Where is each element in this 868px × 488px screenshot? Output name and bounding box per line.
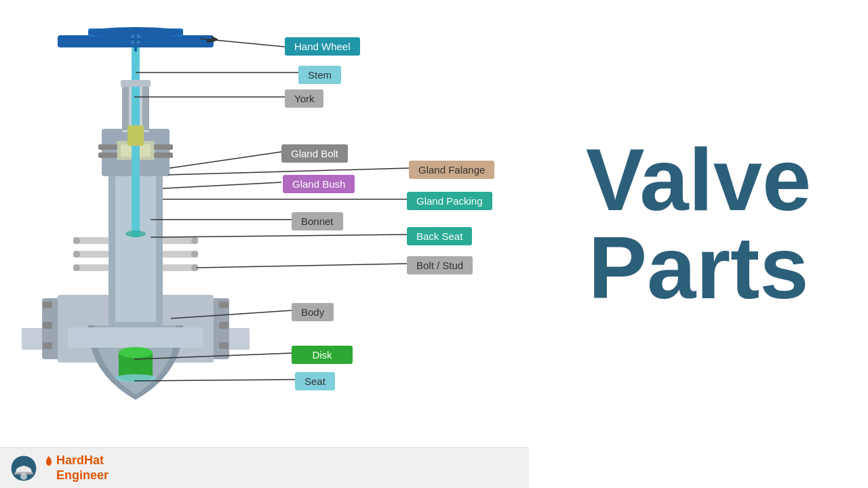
footer-engineer-text: Engineer bbox=[44, 468, 108, 483]
gland-bolt-label: Gland Bolt bbox=[281, 144, 348, 163]
hand-wheel-label: Hand Wheel bbox=[285, 37, 360, 56]
gland-flange-label: Gland Falange bbox=[409, 161, 494, 179]
bolt-stud-label: Bolt / Stud bbox=[407, 256, 473, 274]
svg-line-59 bbox=[163, 182, 281, 188]
title-parts: Parts bbox=[588, 224, 808, 312]
back-seat-label: Back Seat bbox=[407, 227, 472, 245]
flame-icon bbox=[44, 455, 54, 466]
footer: HardHat Engineer bbox=[0, 447, 529, 488]
hardhat-icon bbox=[10, 455, 37, 482]
svg-line-64 bbox=[171, 310, 292, 319]
seat-label: Seat bbox=[295, 372, 335, 390]
gland-bush-label: Gland Bush bbox=[283, 175, 355, 193]
disk-label: Disk bbox=[292, 346, 353, 364]
svg-line-57 bbox=[170, 152, 281, 168]
stem-label: Stem bbox=[298, 66, 341, 84]
gland-packing-label: Gland Packing bbox=[407, 192, 492, 210]
body-label: Body bbox=[292, 303, 334, 321]
footer-brand: HardHat Engineer bbox=[44, 453, 108, 483]
footer-hardhat-text: HardHat bbox=[56, 453, 104, 468]
diagram-area: Hand Wheel bbox=[0, 0, 529, 488]
title-valve: Valve bbox=[586, 136, 812, 224]
svg-line-54 bbox=[200, 39, 285, 47]
svg-line-58 bbox=[168, 168, 409, 175]
svg-line-62 bbox=[151, 235, 407, 237]
svg-line-63 bbox=[197, 264, 407, 268]
svg-point-70 bbox=[20, 473, 27, 480]
svg-line-65 bbox=[134, 353, 292, 359]
bonnet-label: Bonnet bbox=[292, 212, 343, 230]
svg-line-66 bbox=[134, 380, 295, 381]
york-label: York bbox=[285, 89, 323, 108]
title-area: Valve Parts bbox=[529, 0, 868, 447]
label-container: Hand Wheel bbox=[0, 0, 529, 488]
